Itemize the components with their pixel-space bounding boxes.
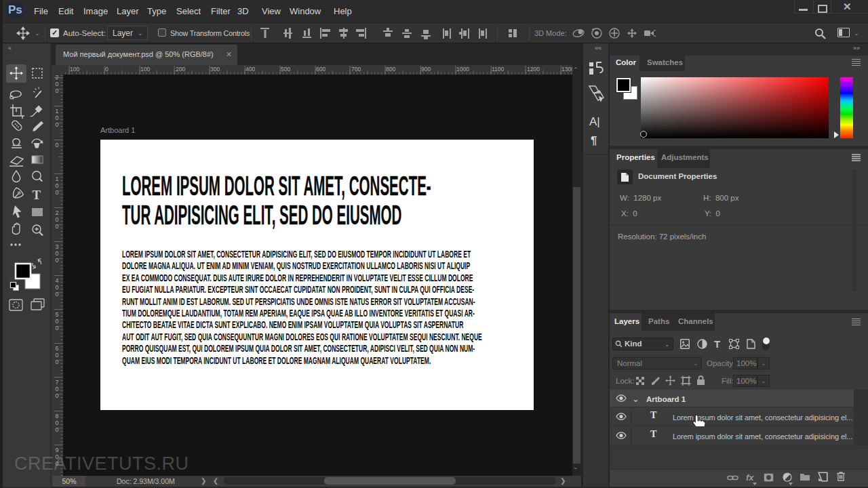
- svg-text:T: T: [33, 188, 41, 202]
